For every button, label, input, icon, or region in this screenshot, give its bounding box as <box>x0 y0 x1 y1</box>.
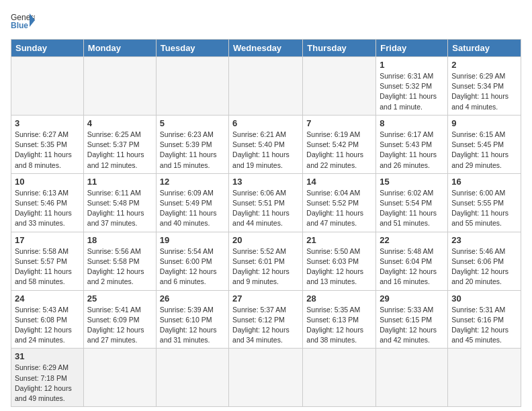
day-info: Sunrise: 6:06 AM Sunset: 5:51 PM Dayligh… <box>232 188 299 229</box>
day-info: Sunrise: 5:33 AM Sunset: 6:15 PM Dayligh… <box>380 305 444 346</box>
day-info: Sunrise: 6:19 AM Sunset: 5:42 PM Dayligh… <box>306 130 372 171</box>
day-number: 26 <box>160 293 225 304</box>
day-info: Sunrise: 6:29 AM Sunset: 5:34 PM Dayligh… <box>451 71 517 112</box>
day-info: Sunrise: 6:04 AM Sunset: 5:52 PM Dayligh… <box>306 188 372 229</box>
day-number: 29 <box>380 293 444 304</box>
calendar-week-row: 10Sunrise: 6:13 AM Sunset: 5:46 PM Dayli… <box>11 173 521 232</box>
day-number: 3 <box>15 118 80 128</box>
day-info: Sunrise: 5:56 AM Sunset: 5:58 PM Dayligh… <box>87 246 152 287</box>
day-info: Sunrise: 6:17 AM Sunset: 5:43 PM Dayligh… <box>380 130 444 171</box>
calendar-week-row: 3Sunrise: 6:27 AM Sunset: 5:35 PM Daylig… <box>11 115 521 173</box>
day-number: 23 <box>451 235 517 245</box>
calendar-day-cell <box>303 349 376 407</box>
day-info: Sunrise: 6:25 AM Sunset: 5:37 PM Dayligh… <box>87 130 152 171</box>
page-header: General Blue <box>11 11 521 31</box>
day-info: Sunrise: 6:23 AM Sunset: 5:39 PM Dayligh… <box>160 130 225 171</box>
calendar-day-cell: 6Sunrise: 6:21 AM Sunset: 5:40 PM Daylig… <box>229 115 303 173</box>
day-info: Sunrise: 6:27 AM Sunset: 5:35 PM Dayligh… <box>15 130 80 171</box>
calendar-day-cell: 16Sunrise: 6:00 AM Sunset: 5:55 PM Dayli… <box>448 173 521 232</box>
calendar-day-cell: 17Sunrise: 5:58 AM Sunset: 5:57 PM Dayli… <box>11 232 84 290</box>
calendar-day-cell: 28Sunrise: 5:35 AM Sunset: 6:13 PM Dayli… <box>303 290 376 349</box>
day-number: 19 <box>160 235 225 245</box>
day-info: Sunrise: 5:39 AM Sunset: 6:10 PM Dayligh… <box>160 305 225 346</box>
calendar-day-cell: 11Sunrise: 6:11 AM Sunset: 5:48 PM Dayli… <box>83 173 156 232</box>
calendar-day-cell <box>376 349 448 407</box>
day-number: 12 <box>160 177 225 187</box>
calendar-header-row: SundayMondayTuesdayWednesdayThursdayFrid… <box>11 40 521 57</box>
calendar-day-cell <box>83 57 156 116</box>
calendar-day-cell: 10Sunrise: 6:13 AM Sunset: 5:46 PM Dayli… <box>11 173 84 232</box>
day-number: 27 <box>232 293 299 304</box>
day-info: Sunrise: 6:15 AM Sunset: 5:45 PM Dayligh… <box>451 130 517 171</box>
day-info: Sunrise: 6:13 AM Sunset: 5:46 PM Dayligh… <box>15 188 80 229</box>
day-of-week-header: Wednesday <box>229 40 303 57</box>
calendar-day-cell: 21Sunrise: 5:50 AM Sunset: 6:03 PM Dayli… <box>303 232 376 290</box>
calendar-day-cell: 27Sunrise: 5:37 AM Sunset: 6:12 PM Dayli… <box>229 290 303 349</box>
day-number: 11 <box>87 177 152 187</box>
day-info: Sunrise: 5:37 AM Sunset: 6:12 PM Dayligh… <box>232 305 299 346</box>
day-number: 10 <box>15 177 80 187</box>
day-number: 30 <box>451 293 517 304</box>
calendar-day-cell <box>229 57 303 116</box>
day-number: 31 <box>15 351 80 361</box>
day-info: Sunrise: 6:31 AM Sunset: 5:32 PM Dayligh… <box>380 71 444 112</box>
day-number: 4 <box>87 118 152 128</box>
calendar-day-cell: 4Sunrise: 6:25 AM Sunset: 5:37 PM Daylig… <box>83 115 156 173</box>
day-info: Sunrise: 6:00 AM Sunset: 5:55 PM Dayligh… <box>451 188 517 229</box>
day-number: 24 <box>15 293 80 304</box>
day-number: 17 <box>15 235 80 245</box>
calendar-week-row: 31Sunrise: 6:29 AM Sunset: 7:18 PM Dayli… <box>11 349 521 407</box>
calendar-day-cell: 23Sunrise: 5:46 AM Sunset: 6:06 PM Dayli… <box>448 232 521 290</box>
day-number: 18 <box>87 235 152 245</box>
calendar-day-cell: 24Sunrise: 5:43 AM Sunset: 6:08 PM Dayli… <box>11 290 84 349</box>
day-of-week-header: Tuesday <box>156 40 228 57</box>
calendar-day-cell: 19Sunrise: 5:54 AM Sunset: 6:00 PM Dayli… <box>156 232 228 290</box>
day-number: 9 <box>451 118 517 128</box>
day-number: 22 <box>380 235 444 245</box>
day-number: 28 <box>306 293 372 304</box>
day-number: 2 <box>451 60 517 70</box>
calendar-day-cell <box>303 57 376 116</box>
day-number: 16 <box>451 177 517 187</box>
calendar-day-cell <box>229 349 303 407</box>
calendar-day-cell <box>448 349 521 407</box>
calendar-day-cell: 3Sunrise: 6:27 AM Sunset: 5:35 PM Daylig… <box>11 115 84 173</box>
day-of-week-header: Monday <box>83 40 156 57</box>
day-number: 5 <box>160 118 225 128</box>
calendar-day-cell: 31Sunrise: 6:29 AM Sunset: 7:18 PM Dayli… <box>11 349 84 407</box>
calendar-day-cell <box>11 57 84 116</box>
svg-text:Blue: Blue <box>11 21 28 30</box>
day-number: 6 <box>232 118 299 128</box>
calendar-week-row: 17Sunrise: 5:58 AM Sunset: 5:57 PM Dayli… <box>11 232 521 290</box>
day-number: 8 <box>380 118 444 128</box>
day-info: Sunrise: 5:46 AM Sunset: 6:06 PM Dayligh… <box>451 246 517 287</box>
day-info: Sunrise: 6:09 AM Sunset: 5:49 PM Dayligh… <box>160 188 225 229</box>
day-info: Sunrise: 5:31 AM Sunset: 6:16 PM Dayligh… <box>451 305 517 346</box>
day-info: Sunrise: 5:41 AM Sunset: 6:09 PM Dayligh… <box>87 305 152 346</box>
day-info: Sunrise: 6:29 AM Sunset: 7:18 PM Dayligh… <box>15 363 80 404</box>
day-number: 25 <box>87 293 152 304</box>
calendar-day-cell: 26Sunrise: 5:39 AM Sunset: 6:10 PM Dayli… <box>156 290 228 349</box>
day-number: 15 <box>380 177 444 187</box>
calendar-day-cell: 22Sunrise: 5:48 AM Sunset: 6:04 PM Dayli… <box>376 232 448 290</box>
day-number: 13 <box>232 177 299 187</box>
day-info: Sunrise: 6:11 AM Sunset: 5:48 PM Dayligh… <box>87 188 152 229</box>
calendar-day-cell: 5Sunrise: 6:23 AM Sunset: 5:39 PM Daylig… <box>156 115 228 173</box>
calendar-day-cell: 8Sunrise: 6:17 AM Sunset: 5:43 PM Daylig… <box>376 115 448 173</box>
day-info: Sunrise: 5:50 AM Sunset: 6:03 PM Dayligh… <box>306 246 372 287</box>
day-number: 14 <box>306 177 372 187</box>
day-info: Sunrise: 6:21 AM Sunset: 5:40 PM Dayligh… <box>232 130 299 171</box>
day-of-week-header: Sunday <box>11 40 84 57</box>
calendar-day-cell: 9Sunrise: 6:15 AM Sunset: 5:45 PM Daylig… <box>448 115 521 173</box>
day-of-week-header: Friday <box>376 40 448 57</box>
calendar-day-cell: 30Sunrise: 5:31 AM Sunset: 6:16 PM Dayli… <box>448 290 521 349</box>
calendar-day-cell <box>156 57 228 116</box>
day-of-week-header: Saturday <box>448 40 521 57</box>
calendar-day-cell: 14Sunrise: 6:04 AM Sunset: 5:52 PM Dayli… <box>303 173 376 232</box>
day-number: 7 <box>306 118 372 128</box>
calendar-week-row: 24Sunrise: 5:43 AM Sunset: 6:08 PM Dayli… <box>11 290 521 349</box>
day-of-week-header: Thursday <box>303 40 376 57</box>
calendar-table: SundayMondayTuesdayWednesdayThursdayFrid… <box>11 39 521 407</box>
day-info: Sunrise: 6:02 AM Sunset: 5:54 PM Dayligh… <box>380 188 444 229</box>
day-info: Sunrise: 5:52 AM Sunset: 6:01 PM Dayligh… <box>232 246 299 287</box>
